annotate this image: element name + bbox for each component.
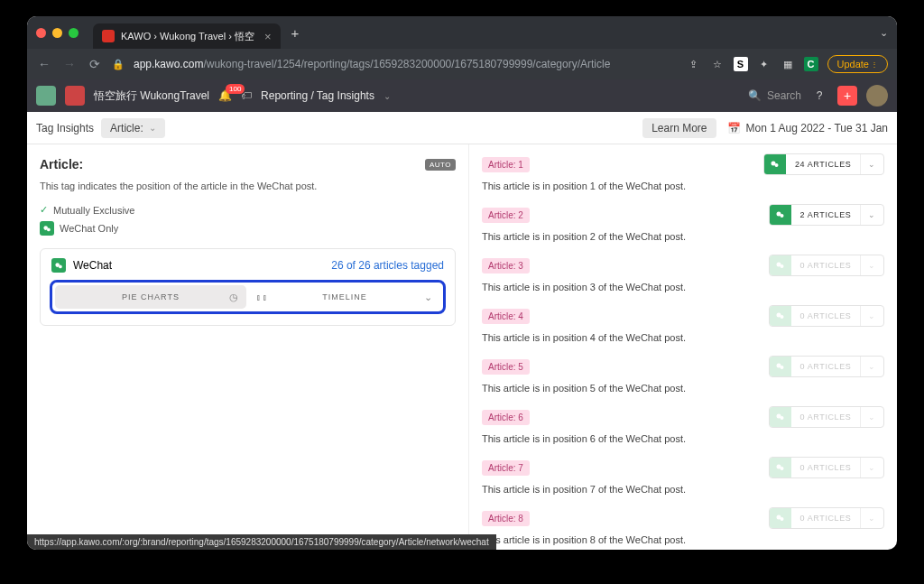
- app-header: 悟空旅行 WukongTravel 🔔 100 🏷 Reporting / Ta…: [27, 79, 897, 112]
- lock-icon[interactable]: 🔒: [112, 59, 125, 70]
- org-icon[interactable]: [36, 86, 56, 106]
- article-desc: This article is in position 8 of the WeC…: [482, 534, 884, 545]
- chevron-down-icon: ⌄: [860, 508, 883, 528]
- ext-grid-icon[interactable]: ▦: [781, 57, 795, 71]
- article-count-button[interactable]: 0 ARTICLES ⌄: [769, 457, 884, 478]
- maximize-window-icon[interactable]: [69, 28, 79, 38]
- article-count-button[interactable]: 0 ARTICLES ⌄: [769, 406, 884, 428]
- article-pill[interactable]: Article: 8: [482, 511, 530, 526]
- help-button[interactable]: ?: [810, 87, 828, 105]
- learn-more-button[interactable]: Learn More: [642, 118, 716, 138]
- svg-point-1: [47, 227, 51, 231]
- platform-name: WeChat: [73, 259, 112, 272]
- article-item: Article: 5 0 ARTICLES ⌄ This article is …: [482, 356, 884, 394]
- article-item: Article: 3 0 ARTICLES ⌄ This article is …: [482, 255, 884, 292]
- article-item: Article: 6 0 ARTICLES ⌄ This article is …: [482, 406, 884, 444]
- search-box[interactable]: 🔍 Search: [748, 89, 801, 102]
- toolbar-title[interactable]: Tag Insights: [36, 122, 94, 134]
- article-count-label: 2 ARTICLES: [791, 210, 861, 219]
- article-pill[interactable]: Article: 7: [482, 460, 530, 476]
- svg-point-3: [59, 264, 62, 268]
- user-avatar[interactable]: [866, 85, 888, 107]
- url-domain: app.kawo.com: [134, 58, 203, 70]
- url-display[interactable]: app.kawo.com/wukong-travel/1254/reportin…: [134, 58, 678, 70]
- minimize-window-icon[interactable]: [52, 28, 62, 38]
- back-button[interactable]: ←: [36, 57, 52, 71]
- wechat-only-label: WeChat Only: [40, 221, 456, 236]
- article-pill[interactable]: Article: 5: [482, 359, 530, 375]
- wechat-icon: [40, 221, 54, 236]
- puzzle-icon[interactable]: ✦: [757, 57, 772, 71]
- article-pill[interactable]: Article: 2: [482, 208, 530, 223]
- update-button[interactable]: Update⋮: [827, 55, 888, 73]
- brand-icon[interactable]: [65, 86, 85, 106]
- browser-tab[interactable]: KAWO › Wukong Travel › 悟空 ×: [93, 23, 281, 49]
- article-count-label: 0 ARTICLES: [791, 261, 861, 270]
- article-item: Article: 1 24 ARTICLES ⌄ This article is…: [482, 153, 884, 191]
- article-desc: This article is in position 6 of the WeC…: [482, 433, 884, 444]
- wechat-icon: [770, 457, 791, 478]
- article-count-button[interactable]: 0 ARTICLES ⌄: [769, 507, 884, 529]
- content-area: Article: AUTO This tag indicates the pos…: [27, 144, 897, 550]
- article-desc: This article is in position 3 of the WeC…: [482, 282, 884, 292]
- article-pill[interactable]: Article: 6: [482, 410, 530, 425]
- article-count-label: 0 ARTICLES: [791, 463, 861, 472]
- platform-card: WeChat 26 of 26 articles tagged PIE CHAR…: [40, 248, 456, 326]
- article-count-button[interactable]: 0 ARTICLES ⌄: [769, 255, 884, 276]
- check-icon: ✓: [40, 204, 48, 216]
- article-pill[interactable]: Article: 4: [482, 309, 530, 324]
- ext-c-icon[interactable]: C: [804, 57, 818, 71]
- url-path: /wukong-travel/1254/reporting/tags/16592…: [203, 58, 610, 70]
- brand-name[interactable]: 悟空旅行 WukongTravel: [94, 88, 209, 104]
- pie-charts-tab[interactable]: PIE CHARTS ◷: [55, 285, 246, 309]
- chevron-down-icon: ⌄: [860, 407, 883, 427]
- article-item: Article: 7 0 ARTICLES ⌄ This article is …: [482, 457, 884, 495]
- close-tab-icon[interactable]: ×: [264, 30, 272, 43]
- favicon-icon: [102, 30, 115, 42]
- star-icon[interactable]: ☆: [710, 57, 725, 71]
- article-pill[interactable]: Article: 3: [482, 258, 530, 273]
- wechat-icon: [51, 258, 66, 273]
- breadcrumb[interactable]: Reporting / Tag Insights: [261, 89, 374, 102]
- chevron-down-icon: ⌄: [860, 154, 883, 174]
- article-desc: This article is in position 1 of the WeC…: [482, 181, 884, 191]
- article-count-label: 0 ARTICLES: [791, 311, 861, 320]
- article-pill[interactable]: Article: 1: [482, 157, 530, 172]
- tagged-count-link[interactable]: 26 of 26 articles tagged: [331, 259, 444, 272]
- article-desc: This article is in position 4 of the WeC…: [482, 332, 884, 343]
- reload-button[interactable]: ⟳: [87, 57, 103, 71]
- article-filter[interactable]: Article: ⌄: [101, 118, 165, 138]
- share-icon[interactable]: ⇪: [687, 57, 701, 71]
- article-item: Article: 2 2 ARTICLES ⌄ This article is …: [482, 204, 884, 242]
- article-count-button[interactable]: 2 ARTICLES ⌄: [769, 204, 884, 226]
- add-button[interactable]: +: [837, 86, 857, 106]
- app-window: KAWO › Wukong Travel › 悟空 × + ⌄ ← → ⟳ 🔒 …: [27, 16, 897, 550]
- ext-s-icon[interactable]: S: [734, 57, 748, 71]
- timeline-tab[interactable]: ⫾⫾ TIMELINE ⌄: [249, 285, 440, 309]
- browser-address-bar: ← → ⟳ 🔒 app.kawo.com/wukong-travel/1254/…: [27, 49, 897, 79]
- left-panel: Article: AUTO This tag indicates the pos…: [27, 144, 469, 550]
- close-window-icon[interactable]: [36, 28, 46, 38]
- article-count-button[interactable]: 0 ARTICLES ⌄: [769, 305, 884, 327]
- date-range-picker[interactable]: 📅 Mon 1 Aug 2022 - Tue 31 Jan: [727, 122, 888, 134]
- window-controls[interactable]: [36, 28, 79, 38]
- view-toggle: PIE CHARTS ◷ ⫾⫾ TIMELINE ⌄: [50, 280, 446, 314]
- notifications-button[interactable]: 🔔 100: [218, 89, 232, 102]
- forward-button: →: [61, 57, 78, 71]
- tab-overflow-icon[interactable]: ⌄: [880, 27, 888, 39]
- article-count-button[interactable]: 24 ARTICLES ⌄: [763, 153, 884, 175]
- notif-badge: 100: [226, 84, 245, 94]
- article-count-label: 0 ARTICLES: [791, 413, 861, 422]
- article-desc: This article is in position 5 of the WeC…: [482, 383, 884, 394]
- clock-icon: ◷: [229, 292, 239, 303]
- article-count-label: 0 ARTICLES: [791, 362, 861, 371]
- article-count-button[interactable]: 0 ARTICLES ⌄: [769, 356, 884, 377]
- status-bar: https://app.kawo.com/:org/:brand/reporti…: [27, 534, 496, 550]
- new-tab-button[interactable]: +: [291, 25, 300, 41]
- svg-point-15: [780, 416, 783, 420]
- chevron-down-icon[interactable]: ⌄: [383, 91, 391, 101]
- wechat-icon: [770, 507, 791, 529]
- calendar-icon: 📅: [727, 122, 741, 134]
- mutually-exclusive-label: ✓ Mutually Exclusive: [40, 204, 456, 216]
- svg-point-19: [780, 517, 783, 521]
